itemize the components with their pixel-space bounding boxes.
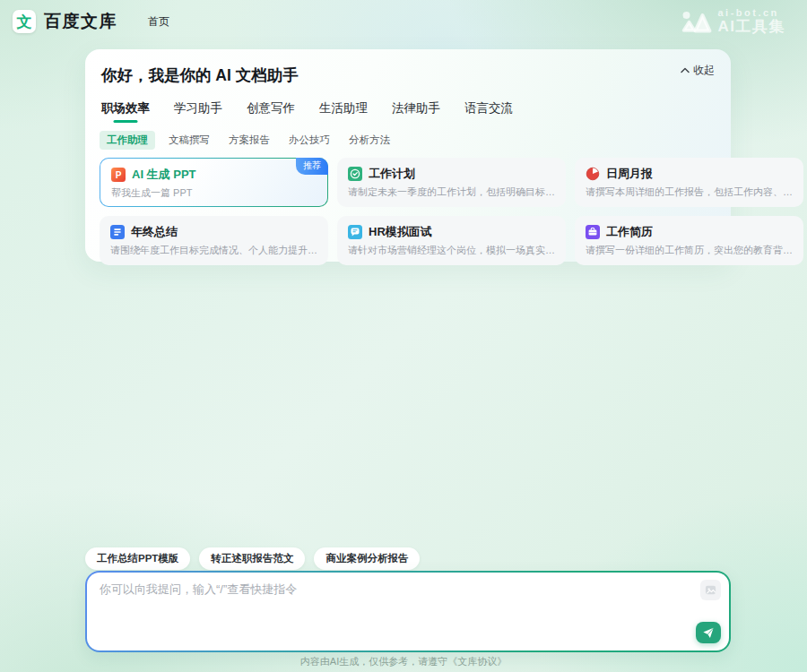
card-work-plan[interactable]: 工作计划 请制定未来一季度的工作计划，包括明确目标… — [337, 158, 566, 207]
image-upload-button[interactable] — [700, 580, 721, 600]
chat-icon — [348, 225, 362, 239]
card-ai-generate-ppt[interactable]: 推荐 P AI 生成 PPT 帮我生成一篇 PPT — [100, 158, 328, 207]
subtab-manuscript-writing[interactable]: 文稿撰写 — [163, 131, 215, 150]
tab-workplace-efficiency[interactable]: 职场效率 — [101, 100, 150, 124]
tab-language-exchange[interactable]: 语言交流 — [464, 100, 513, 124]
send-icon — [702, 627, 715, 639]
card-year-end-summary[interactable]: 年终总结 请围绕年度工作目标完成情况、个人能力提升… — [100, 216, 328, 265]
ppt-icon: P — [111, 168, 126, 182]
composer — [87, 573, 729, 650]
assistant-panel: 你好，我是你的 AI 文档助手 收起 职场效率 学习助手 创意写作 生活助理 法… — [85, 49, 731, 262]
card-desc: 请撰写本周详细的工作报告，包括工作内容、… — [586, 185, 793, 199]
collapse-label: 收起 — [693, 63, 715, 78]
prompt-cards: 推荐 P AI 生成 PPT 帮我生成一篇 PPT 工作计划 — [100, 158, 716, 265]
ai-bot-logo-icon — [680, 9, 714, 34]
card-title: 工作计划 — [369, 166, 415, 182]
subtab-proposal-report[interactable]: 方案报告 — [223, 131, 275, 150]
composer-container — [85, 571, 731, 652]
footer-disclaimer: 内容由AI生成，仅供参考，请遵守《文库协议》 — [0, 655, 807, 668]
card-desc: 请围绕年度工作目标完成情况、个人能力提升… — [110, 244, 317, 257]
chip-ppt-template[interactable]: 工作总结PPT模版 — [85, 547, 190, 570]
card-title: AI 生成 PPT — [132, 167, 196, 183]
card-desc: 帮我生成一篇 PPT — [111, 186, 317, 200]
nav-home[interactable]: 首页 — [148, 14, 169, 30]
card-title: 日周月报 — [606, 166, 653, 182]
category-tabs: 职场效率 学习助手 创意写作 生活助理 法律助手 语言交流 — [101, 100, 716, 124]
collapse-button[interactable]: 收起 — [681, 63, 715, 78]
logo-glyph: 文 — [17, 12, 32, 32]
svg-text:P: P — [116, 170, 122, 180]
card-hr-mock-interview[interactable]: HR模拟面试 请针对市场营销经理这个岗位，模拟一场真实… — [337, 216, 566, 265]
card-title: 年终总结 — [131, 224, 178, 240]
tab-creative-writing[interactable]: 创意写作 — [247, 100, 295, 124]
document-icon — [110, 225, 125, 239]
subtab-analysis-methods[interactable]: 分析方法 — [343, 131, 395, 150]
image-icon — [705, 584, 716, 596]
watermark: ai-bot.cn AI工具集 — [680, 8, 786, 34]
footer-agreement-link[interactable]: 《文库协议》 — [447, 656, 507, 667]
card-desc: 请制定未来一季度的工作计划，包括明确目标… — [348, 185, 555, 199]
tab-study-helper[interactable]: 学习助手 — [174, 100, 222, 124]
card-title: HR模拟面试 — [369, 224, 432, 240]
chip-probation-report[interactable]: 转正述职报告范文 — [199, 547, 305, 570]
card-desc: 请针对市场营销经理这个岗位，模拟一场真实… — [348, 244, 555, 257]
tab-legal-helper[interactable]: 法律助手 — [392, 100, 440, 124]
send-button[interactable] — [696, 622, 721, 643]
watermark-site: ai-bot.cn — [718, 8, 786, 19]
chevron-up-icon — [681, 67, 690, 73]
subtab-work-assistant[interactable]: 工作助理 — [100, 131, 155, 150]
watermark-name: AI工具集 — [718, 19, 786, 35]
briefcase-icon — [586, 225, 600, 239]
check-icon — [348, 167, 362, 181]
card-desc: 请撰写一份详细的工作简历，突出您的教育背… — [586, 244, 793, 257]
footer-text: 内容由AI生成，仅供参考，请遵守 — [300, 656, 447, 667]
pie-chart-icon — [586, 167, 600, 181]
page-title: 你好，我是你的 AI 文档助手 — [101, 65, 716, 86]
tab-life-assistant[interactable]: 生活助理 — [319, 100, 368, 124]
recommend-badge: 推荐 — [296, 158, 328, 175]
sub-category-tabs: 工作助理 文稿撰写 方案报告 办公技巧 分析方法 — [100, 131, 716, 150]
suggestion-chips: 工作总结PPT模版 转正述职报告范文 商业案例分析报告 — [85, 547, 420, 570]
card-work-resume[interactable]: 工作简历 请撰写一份详细的工作简历，突出您的教育背… — [575, 216, 803, 265]
chip-business-case-analysis[interactable]: 商业案例分析报告 — [314, 547, 420, 570]
subtab-office-tips[interactable]: 办公技巧 — [283, 131, 335, 150]
card-title: 工作简历 — [606, 224, 653, 240]
prompt-input[interactable] — [100, 582, 664, 641]
card-daily-weekly-monthly-report[interactable]: 日周月报 请撰写本周详细的工作报告，包括工作内容、… — [575, 158, 803, 207]
wenku-logo-icon[interactable]: 文 — [13, 10, 36, 33]
brand-title: 百度文库 — [44, 10, 117, 33]
